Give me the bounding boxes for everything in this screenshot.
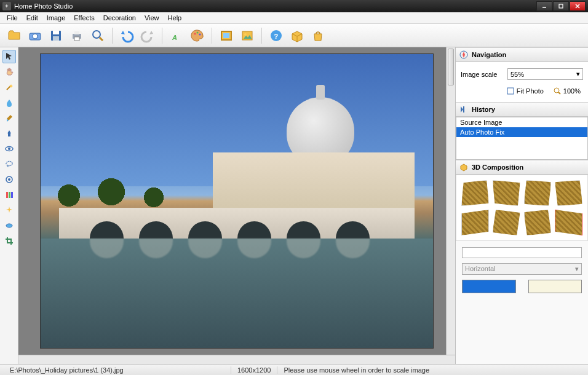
scale-label: Image scale	[461, 71, 504, 78]
orientation-value: Horizontal	[465, 265, 496, 273]
toolbar-separator	[212, 28, 212, 44]
maximize-button[interactable]	[553, 1, 569, 11]
menu-image[interactable]: Image	[42, 13, 70, 23]
crop-tool-icon[interactable]	[2, 234, 16, 248]
canvas-viewport[interactable]	[18, 47, 455, 355]
vertical-scrollbar[interactable]	[446, 47, 455, 355]
help-icon[interactable]: ?	[267, 26, 285, 45]
svg-point-5	[33, 34, 38, 39]
photo-preview	[40, 53, 434, 349]
zoom-100-icon	[554, 87, 561, 95]
svg-point-27	[8, 148, 10, 150]
fit-photo-button[interactable]: Fit Photo	[504, 86, 546, 96]
menu-decoration[interactable]: Decoration	[99, 13, 140, 23]
hand-tool-icon[interactable]	[2, 65, 16, 79]
svg-text:?: ?	[274, 33, 279, 40]
composition-tile[interactable]	[555, 180, 582, 206]
menu-bar: File Edit Image Effects Decoration View …	[0, 12, 588, 24]
color-swatch-secondary[interactable]	[528, 280, 582, 293]
svg-point-37	[554, 88, 559, 93]
save-icon[interactable]	[47, 26, 65, 45]
compass-icon	[459, 50, 468, 59]
navigation-body: Image scale 55% ▾ Fit Photo 100%	[456, 62, 588, 102]
composition-text-input[interactable]	[462, 247, 582, 258]
picture-icon[interactable]	[238, 26, 256, 45]
composition-tile[interactable]	[493, 210, 520, 235]
camera-icon[interactable]	[26, 26, 44, 45]
status-dimensions: 1600x1200	[231, 366, 277, 374]
minimize-button[interactable]	[536, 1, 552, 11]
svg-point-30	[8, 178, 10, 181]
pointer-tool-icon[interactable]	[2, 50, 16, 63]
navigation-header[interactable]: Navigation	[456, 47, 588, 62]
zoom-icon[interactable]	[89, 26, 107, 45]
composition-tile[interactable]	[461, 210, 489, 235]
svg-line-38	[558, 92, 560, 94]
horizontal-scrollbar[interactable]	[18, 355, 455, 364]
open-icon[interactable]	[5, 26, 23, 45]
history-item[interactable]: Auto Photo Fix	[456, 127, 587, 137]
drop-tool-icon[interactable]	[2, 96, 16, 109]
composition-tile[interactable]	[524, 180, 552, 206]
scale-dropdown[interactable]: 55% ▾	[507, 68, 583, 80]
sparkle-tool-icon[interactable]	[2, 203, 16, 217]
clone-tool-icon[interactable]	[2, 127, 16, 140]
lasso-tool-icon[interactable]	[2, 157, 16, 171]
cube-icon	[459, 163, 468, 172]
svg-rect-7	[53, 31, 59, 34]
composition-tile[interactable]	[461, 180, 489, 206]
svg-point-16	[197, 31, 199, 33]
wand-tool-icon[interactable]	[2, 81, 16, 94]
bag-icon[interactable]	[309, 26, 327, 45]
menu-edit[interactable]: Edit	[22, 13, 42, 23]
tool-palette	[0, 47, 18, 364]
text-icon[interactable]: A	[167, 26, 186, 45]
erase-tool-icon[interactable]	[2, 219, 16, 232]
composition-tile[interactable]	[524, 210, 552, 235]
history-list[interactable]: Source Image Auto Photo Fix	[456, 117, 588, 160]
brush-tool-icon[interactable]	[2, 111, 16, 125]
menu-file[interactable]: File	[2, 13, 22, 23]
eye-tool-icon[interactable]	[2, 142, 16, 156]
undo-icon[interactable]	[117, 26, 136, 45]
frame-icon[interactable]	[217, 26, 236, 45]
print-icon[interactable]	[68, 26, 86, 45]
history-item[interactable]: Source Image	[456, 117, 587, 127]
composition-title: 3D Composition	[472, 164, 523, 171]
menu-view[interactable]: View	[140, 13, 164, 23]
toolbar-separator	[261, 28, 262, 44]
svg-point-17	[199, 33, 201, 35]
title-bar: ✦ Home Photo Studio	[0, 0, 588, 12]
history-icon	[459, 105, 468, 114]
levels-tool-icon[interactable]	[2, 188, 16, 202]
composition-header[interactable]: 3D Composition	[456, 160, 588, 175]
svg-rect-11	[74, 37, 79, 41]
navigation-title: Navigation	[472, 51, 506, 58]
history-header[interactable]: History	[456, 102, 588, 117]
hundred-percent-button[interactable]: 100%	[551, 86, 583, 96]
box-icon[interactable]	[288, 26, 306, 45]
redo-icon[interactable]	[138, 26, 157, 45]
canvas-area	[18, 47, 455, 364]
menu-effects[interactable]: Effects	[70, 13, 98, 23]
menu-help[interactable]: Help	[164, 13, 186, 23]
svg-rect-36	[507, 88, 514, 94]
svg-point-34	[6, 224, 12, 227]
color-swatch-primary[interactable]	[462, 280, 516, 293]
svg-rect-25	[8, 133, 10, 136]
composition-tile[interactable]	[493, 180, 520, 206]
svg-rect-33	[11, 192, 13, 198]
svg-rect-8	[53, 36, 59, 41]
composition-options: Horizontal ▾	[456, 241, 588, 299]
svg-point-21	[244, 33, 247, 36]
composition-tile[interactable]	[555, 210, 582, 235]
orientation-dropdown[interactable]: Horizontal ▾	[462, 263, 582, 275]
status-bar: E:\Photos\_Holiday pictures\1 (34).jpg 1…	[0, 364, 588, 375]
svg-rect-31	[6, 192, 8, 198]
chevron-down-icon: ▾	[576, 70, 580, 78]
main-area: Navigation Image scale 55% ▾ Fit Photo 1…	[0, 47, 588, 364]
close-button[interactable]	[570, 1, 586, 11]
target-tool-icon[interactable]	[2, 173, 16, 186]
svg-line-13	[100, 38, 103, 41]
palette-icon[interactable]	[188, 26, 207, 45]
